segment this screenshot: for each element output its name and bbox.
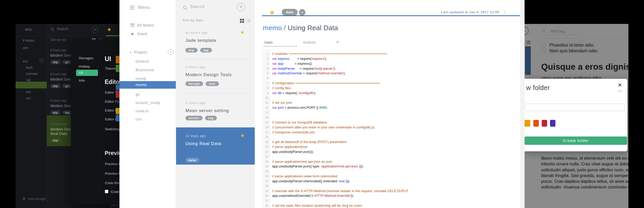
add-tab-button[interactable]: + (336, 40, 339, 45)
new-folder-dialog: w folder × esc Create folder (525, 79, 627, 151)
code-line[interactable]: 2var express = require('express'); (262, 56, 520, 61)
code-line[interactable]: 13 (262, 110, 520, 115)
code-line[interactable]: 32// set the static files location /publ… (262, 203, 520, 208)
code-line[interactable]: 27app.use(bodyParser.urlencoded({ extend… (262, 179, 520, 184)
note-time: 3 hours ago (185, 101, 205, 105)
code-line[interactable]: 18 (262, 135, 520, 140)
folder-color-swatch[interactable] (542, 120, 547, 127)
stage: enu ll Notesardfaultostnotesqlmoers ect … (0, 0, 644, 208)
sidebar-folder-css[interactable]: css (136, 117, 142, 121)
sidebar-folder-Boostnote[interactable]: Boostnote (136, 68, 155, 72)
kebab-menu-icon[interactable]: ⋮ (502, 9, 507, 15)
storage-icon: ⊕ (22, 196, 26, 201)
star-icon[interactable]: ★ (107, 27, 111, 32)
code-line[interactable]: 10 (262, 96, 520, 101)
main-sidebar: Menu All Notes ★ Stard ▾ Project + Defau… (119, 0, 176, 208)
folder-color-swatch[interactable] (533, 120, 539, 127)
code-line[interactable]: 28 (262, 184, 520, 189)
note-list: an hours ago★Jade templatewiptag2 hours … (176, 0, 255, 208)
note-card[interactable]: 3 hours agoMean server settingservertag (176, 94, 255, 127)
note-card[interactable]: an hours ago★Jade templatewiptag (176, 27, 255, 59)
code-line[interactable]: 3var app = express(); (262, 61, 520, 66)
sidebar-folder-git[interactable]: git (136, 92, 140, 96)
note-tags: designtool (185, 81, 222, 86)
note-title: Modern Design Tools (185, 72, 232, 77)
breadcrumb-separator: / (282, 24, 288, 32)
note-time: 12 days ago (185, 134, 206, 138)
star-icon[interactable]: ★ (240, 133, 245, 139)
active-tab-underline (263, 46, 298, 47)
star-icon[interactable]: ★ (240, 29, 245, 35)
main-window: Menu All Notes ★ Stard ▾ Project + Defau… (119, 0, 525, 208)
code-line[interactable]: 25 (262, 169, 520, 174)
code-line[interactable]: 14 (262, 115, 520, 120)
note-card[interactable]: 2 hours agoModern Design Toolsdesigntool (176, 59, 255, 94)
code-line[interactable]: 1// modules ============================… (262, 51, 520, 56)
note-tags: servertag (185, 115, 219, 120)
code-line[interactable]: 26// parse application/x-www-form-urlenc… (262, 174, 520, 179)
folder-color-swatch[interactable] (550, 120, 555, 127)
add-storage-button[interactable]: Add storage (28, 197, 45, 201)
folder-color-swatch[interactable] (525, 120, 530, 127)
code-line[interactable]: 21app.use(bodyParser.json()); (262, 150, 520, 154)
note-tags: wiptag (185, 48, 214, 53)
note-title: Jade template (185, 38, 217, 43)
code-lines: 1// modules ============================… (262, 51, 520, 208)
note-tags: data (185, 158, 202, 162)
tab-main[interactable]: main (264, 40, 273, 44)
create-folder-button[interactable]: Create folder (525, 136, 627, 145)
code-line[interactable]: 19// get all data/stuff of the body (POS… (262, 140, 520, 145)
right-window: + ☆ Add tag... Phasellus id tortor odio.… (525, 24, 628, 208)
code-line[interactable]: 11// set our port (262, 100, 520, 105)
code-line[interactable]: 12var port = process.env.PORT || 8080; (262, 105, 520, 110)
sidebar-folder-Default[interactable]: Default (136, 59, 149, 63)
code-line[interactable]: 16// (uncomment after you enter in your … (262, 125, 520, 130)
folder-list: DefaultBoostnotemysqlmemogitlaravel_stud… (119, 0, 176, 208)
last-updated-label: Last updated at Jan.9, 2017 12:00 (441, 10, 499, 14)
sidebar-folder-nodeJs[interactable]: nodeJs (136, 109, 149, 113)
note-title: Mean server setting (185, 108, 229, 113)
code-line[interactable]: 29// override with the X-HTTP-Method-Ove… (262, 189, 520, 194)
code-line[interactable]: 7// configuration ======================… (262, 81, 520, 86)
code-line[interactable]: 20// parse application/json (262, 145, 520, 150)
code-line[interactable]: 5var methodOverride = require('method-ov… (262, 71, 520, 76)
code-line[interactable]: 30app.use(methodOverride('X-HTTP-Method-… (262, 193, 520, 198)
note-tag-badge[interactable]: data (282, 9, 298, 16)
sidebar-folder-memo[interactable]: memo (119, 81, 176, 89)
code-line[interactable]: 4var bodyParser = require('body-parser')… (262, 66, 520, 71)
note-card[interactable]: 12 days ago★Using Real Datadata (176, 127, 255, 165)
code-line[interactable]: 24app.use(bodyParser.json({ type: 'appli… (262, 164, 520, 169)
note-time: an hours ago (185, 31, 208, 35)
code-line[interactable]: 22 (262, 154, 520, 159)
editor-margin (520, 0, 525, 208)
code-editor[interactable]: 1// modules ============================… (262, 49, 520, 208)
breadcrumb-folder[interactable]: memo (263, 24, 282, 32)
sidebar-folder-laravel_study[interactable]: laravel_study (136, 101, 160, 105)
code-line[interactable]: 8// config files (262, 86, 520, 91)
editor-pane: ★ data + Last updated at Jan.9, 2017 12:… (255, 0, 525, 208)
tab-module[interactable]: module (303, 40, 316, 44)
note-title-text[interactable]: Using Real Data (288, 24, 338, 32)
note-title: memo / Using Real Data (263, 24, 338, 32)
code-line[interactable]: 6 (262, 76, 520, 81)
accent-divider (262, 15, 520, 16)
code-line[interactable]: 23// parse application/vnd.api+json as j… (262, 159, 520, 164)
code-line[interactable]: 15// connect to our mongoDB database (262, 120, 520, 125)
add-tag-icon[interactable]: + (299, 9, 305, 16)
note-list-pane: + Sort by date an hours ago★Jade templat… (176, 0, 255, 208)
note-title: Using Real Data (185, 141, 222, 146)
code-line[interactable]: 9var db = require('./config/db'); (262, 91, 520, 96)
active-tab-underline (106, 35, 119, 36)
sidebar-folder-mysql[interactable]: mysql (136, 76, 146, 81)
code-line[interactable]: 31 (262, 198, 520, 203)
code-line[interactable]: 17// mongoose.connect(db.url); (262, 130, 520, 135)
note-time: 2 hours ago (185, 65, 205, 69)
